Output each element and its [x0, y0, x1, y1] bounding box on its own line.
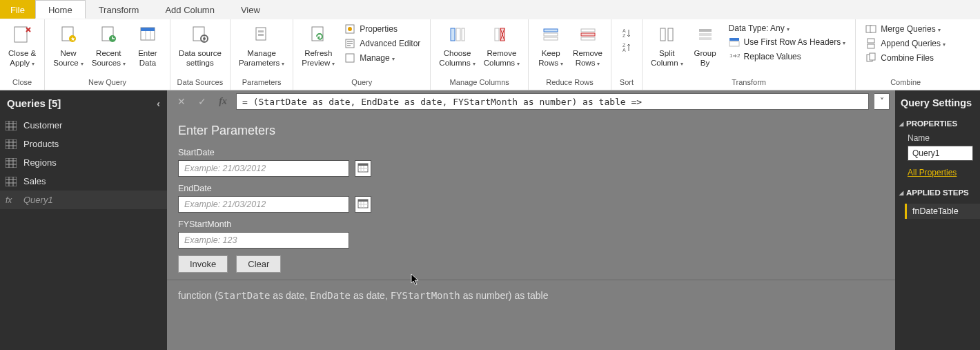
svg-rect-37: [668, 28, 673, 41]
table-icon: [6, 158, 17, 168]
replace-values-button[interactable]: 12 Replace Values: [726, 50, 849, 64]
function-signature: function (StartDate as date, EndDate as …: [167, 280, 895, 311]
tab-file[interactable]: File: [0, 0, 35, 19]
cancel-formula-button[interactable]: ✕: [174, 94, 189, 109]
remove-columns-button[interactable]: Remove Columns: [480, 21, 524, 70]
sort-desc-button[interactable]: ZA: [618, 41, 635, 55]
svg-text:1: 1: [729, 52, 733, 59]
parameters-heading: Enter Parameters: [178, 124, 884, 138]
parameters-icon: [251, 23, 273, 46]
query-item-query1[interactable]: fx Query1: [0, 191, 167, 209]
svg-rect-20: [346, 54, 354, 62]
new-source-button[interactable]: ★ New Source: [49, 21, 87, 70]
collapse-queries-icon[interactable]: ‹: [157, 98, 160, 109]
svg-rect-61: [6, 158, 17, 168]
choose-columns-button[interactable]: Choose Columns: [435, 21, 479, 70]
group-query: Refresh Preview Properties Advanced Edit…: [293, 19, 431, 90]
svg-text:Z: Z: [623, 43, 626, 48]
svg-rect-66: [6, 177, 17, 186]
function-icon: fx: [6, 195, 17, 205]
invoke-button[interactable]: Invoke: [178, 255, 228, 273]
commit-formula-button[interactable]: ✓: [195, 94, 210, 109]
all-properties-link[interactable]: All Properties: [895, 166, 980, 184]
enddate-input[interactable]: [178, 196, 349, 213]
remove-rows-button[interactable]: Remove Rows: [569, 21, 607, 70]
tab-view[interactable]: View: [228, 0, 273, 19]
queries-title: Queries [5]: [7, 97, 61, 109]
query-item-products[interactable]: Products: [0, 135, 167, 153]
merge-queries-button[interactable]: Merge Queries: [863, 22, 948, 36]
group-manage-columns-label: Manage Columns: [431, 76, 528, 90]
svg-rect-15: [258, 34, 264, 36]
group-new-query: ★ New Source Recent Sources Enter Data N…: [45, 19, 170, 90]
new-source-label: New Source: [53, 48, 83, 68]
svg-rect-46: [870, 26, 876, 32]
advanced-editor-label: Advanced Editor: [360, 39, 420, 48]
choose-columns-icon: [447, 23, 469, 46]
enddate-picker-button[interactable]: [355, 196, 371, 213]
first-row-headers-label: Use First Row As Headers: [744, 37, 846, 47]
applied-steps-section-header[interactable]: APPLIED STEPS: [895, 184, 980, 201]
formula-expand-button[interactable]: ˅: [874, 93, 890, 110]
startdate-input[interactable]: [178, 160, 349, 177]
data-type-button[interactable]: Data Type: Any: [726, 22, 849, 35]
svg-rect-26: [544, 29, 558, 32]
recent-sources-icon: [97, 23, 119, 46]
query-settings-pane: Query Settings PROPERTIES Name All Prope…: [895, 90, 980, 350]
data-source-settings-label: Data source settings: [179, 48, 222, 68]
group-by-icon: [694, 23, 716, 46]
parameters-area: Enter Parameters StartDate EndDate: [167, 113, 895, 280]
sort-asc-button[interactable]: AZ: [618, 26, 635, 40]
clear-button[interactable]: Clear: [236, 255, 281, 273]
ribbon: Close & Apply Close ★ New Source Recent …: [0, 19, 980, 90]
keep-rows-button[interactable]: Keep Rows: [533, 21, 569, 70]
svg-point-12: [203, 37, 206, 40]
svg-rect-77: [358, 200, 368, 202]
tab-transform[interactable]: Transform: [86, 0, 153, 19]
svg-point-18: [348, 27, 352, 31]
calendar-icon: [357, 162, 369, 175]
first-row-headers-button[interactable]: Use First Row As Headers: [726, 35, 849, 49]
group-query-label: Query: [293, 76, 430, 90]
query-item-customer[interactable]: Customer: [0, 116, 167, 135]
name-label: Name: [895, 132, 980, 146]
close-apply-button[interactable]: Close & Apply: [4, 21, 40, 70]
advanced-editor-button[interactable]: Advanced Editor: [342, 37, 423, 50]
properties-button[interactable]: Properties: [342, 22, 423, 36]
fystartmonth-input[interactable]: [178, 232, 349, 249]
close-apply-label: Close & Apply: [8, 48, 36, 68]
refresh-preview-button[interactable]: Refresh Preview: [297, 21, 339, 70]
sig-pre: function (: [178, 290, 218, 301]
group-data-sources-label: Data Sources: [170, 76, 230, 90]
query-item-sales[interactable]: Sales: [0, 172, 167, 191]
manage-button[interactable]: Manage: [342, 51, 423, 65]
applied-step-fndatetable[interactable]: fnDateTable: [905, 204, 980, 219]
recent-sources-label: Recent Sources: [92, 48, 126, 68]
enter-data-label: Enter Data: [138, 48, 157, 68]
query-item-regions[interactable]: Regions: [0, 153, 167, 172]
startdate-picker-button[interactable]: [355, 160, 371, 177]
choose-columns-label: Choose Columns: [439, 48, 475, 68]
query-item-label: Sales: [23, 176, 46, 186]
tab-add-column[interactable]: Add Column: [152, 0, 228, 19]
recent-sources-button[interactable]: Recent Sources: [88, 21, 130, 70]
properties-section-header[interactable]: PROPERTIES: [895, 115, 980, 132]
data-source-settings-button[interactable]: Data source settings: [175, 21, 226, 70]
manage-parameters-button[interactable]: Manage Parameters: [235, 21, 288, 70]
query-name-input[interactable]: [908, 146, 973, 161]
combine-files-button[interactable]: Combine Files: [863, 51, 948, 65]
enter-data-icon: [137, 23, 159, 46]
svg-rect-24: [495, 28, 499, 41]
svg-rect-72: [358, 164, 368, 166]
fystartmonth-label: FYStartMonth: [178, 220, 884, 229]
svg-text:★: ★: [70, 36, 75, 42]
startdate-label: StartDate: [178, 148, 884, 157]
combine-files-icon: [865, 52, 876, 64]
enter-data-button[interactable]: Enter Data: [130, 21, 166, 70]
formula-input[interactable]: = (StartDate as date, EndDate as date, F…: [236, 93, 869, 110]
append-queries-button[interactable]: Append Queries: [863, 37, 948, 50]
group-by-button[interactable]: Group By: [687, 21, 723, 70]
tab-home[interactable]: Home: [35, 0, 86, 19]
calendar-icon: [357, 198, 369, 211]
split-column-button[interactable]: Split Column: [647, 21, 687, 70]
